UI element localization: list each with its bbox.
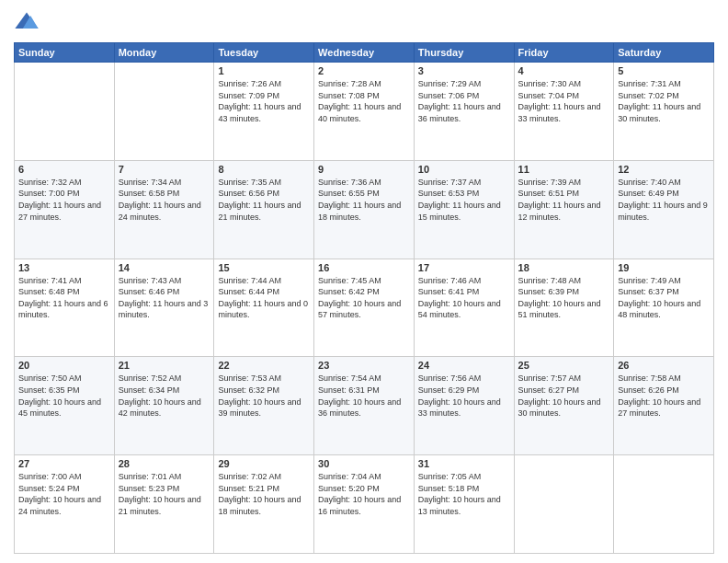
calendar-cell: 15Sunrise: 7:44 AM Sunset: 6:44 PM Dayli… <box>214 259 314 357</box>
day-number: 18 <box>518 262 610 273</box>
page: SundayMondayTuesdayWednesdayThursdayFrid… <box>0 0 728 563</box>
logo <box>14 9 43 35</box>
day-number: 14 <box>119 262 210 273</box>
day-number: 25 <box>518 360 610 371</box>
calendar-cell: 10Sunrise: 7:37 AM Sunset: 6:53 PM Dayli… <box>414 160 514 259</box>
weekday-header: Tuesday <box>214 43 314 63</box>
day-number: 23 <box>318 360 410 371</box>
day-info: Sunrise: 7:01 AM Sunset: 5:23 PM Dayligh… <box>119 471 210 517</box>
logo-icon <box>14 9 40 35</box>
day-info: Sunrise: 7:58 AM Sunset: 6:26 PM Dayligh… <box>618 373 710 419</box>
calendar-cell: 20Sunrise: 7:50 AM Sunset: 6:35 PM Dayli… <box>15 357 115 455</box>
day-info: Sunrise: 7:00 AM Sunset: 5:24 PM Dayligh… <box>18 471 110 517</box>
day-info: Sunrise: 7:26 AM Sunset: 7:09 PM Dayligh… <box>218 78 310 124</box>
day-number: 20 <box>18 360 110 371</box>
calendar-cell <box>114 63 214 161</box>
day-info: Sunrise: 7:44 AM Sunset: 6:44 PM Dayligh… <box>218 275 310 321</box>
calendar-cell: 8Sunrise: 7:35 AM Sunset: 6:56 PM Daylig… <box>214 160 314 259</box>
calendar-cell: 26Sunrise: 7:58 AM Sunset: 6:26 PM Dayli… <box>614 357 714 455</box>
day-number: 21 <box>119 360 210 371</box>
calendar-cell <box>614 455 714 554</box>
day-number: 10 <box>418 164 510 175</box>
day-info: Sunrise: 7:52 AM Sunset: 6:34 PM Dayligh… <box>119 373 210 419</box>
calendar-cell: 27Sunrise: 7:00 AM Sunset: 5:24 PM Dayli… <box>15 455 115 554</box>
calendar-cell: 7Sunrise: 7:34 AM Sunset: 6:58 PM Daylig… <box>114 160 214 259</box>
day-number: 15 <box>218 262 310 273</box>
day-number: 24 <box>418 360 510 371</box>
calendar-cell: 17Sunrise: 7:46 AM Sunset: 6:41 PM Dayli… <box>414 259 514 357</box>
day-number: 1 <box>218 65 310 76</box>
calendar-cell: 30Sunrise: 7:04 AM Sunset: 5:20 PM Dayli… <box>314 455 415 554</box>
day-info: Sunrise: 7:02 AM Sunset: 5:21 PM Dayligh… <box>218 471 310 517</box>
calendar-cell: 31Sunrise: 7:05 AM Sunset: 5:18 PM Dayli… <box>414 455 514 554</box>
day-number: 3 <box>418 65 510 76</box>
calendar-cell: 14Sunrise: 7:43 AM Sunset: 6:46 PM Dayli… <box>114 259 214 357</box>
calendar-cell: 9Sunrise: 7:36 AM Sunset: 6:55 PM Daylig… <box>314 160 415 259</box>
day-number: 27 <box>18 458 110 469</box>
weekday-header: Thursday <box>414 43 514 63</box>
calendar-cell: 6Sunrise: 7:32 AM Sunset: 7:00 PM Daylig… <box>15 160 115 259</box>
day-number: 29 <box>218 458 310 469</box>
weekday-header: Friday <box>514 43 614 63</box>
day-info: Sunrise: 7:41 AM Sunset: 6:48 PM Dayligh… <box>18 275 110 321</box>
day-info: Sunrise: 7:31 AM Sunset: 7:02 PM Dayligh… <box>618 78 710 124</box>
day-number: 5 <box>618 65 710 76</box>
calendar-cell: 24Sunrise: 7:56 AM Sunset: 6:29 PM Dayli… <box>414 357 514 455</box>
day-number: 16 <box>318 262 410 273</box>
day-info: Sunrise: 7:37 AM Sunset: 6:53 PM Dayligh… <box>418 177 510 223</box>
day-info: Sunrise: 7:05 AM Sunset: 5:18 PM Dayligh… <box>418 471 510 517</box>
calendar-cell: 4Sunrise: 7:30 AM Sunset: 7:04 PM Daylig… <box>514 63 614 161</box>
day-number: 2 <box>318 65 410 76</box>
header <box>14 9 714 35</box>
day-number: 19 <box>618 262 710 273</box>
day-number: 26 <box>618 360 710 371</box>
day-number: 6 <box>18 164 110 175</box>
day-number: 8 <box>218 164 310 175</box>
day-info: Sunrise: 7:48 AM Sunset: 6:39 PM Dayligh… <box>518 275 610 321</box>
weekday-header: Wednesday <box>314 43 415 63</box>
day-info: Sunrise: 7:40 AM Sunset: 6:49 PM Dayligh… <box>618 177 710 223</box>
calendar-cell: 23Sunrise: 7:54 AM Sunset: 6:31 PM Dayli… <box>314 357 415 455</box>
day-info: Sunrise: 7:28 AM Sunset: 7:08 PM Dayligh… <box>318 78 410 124</box>
calendar-cell: 21Sunrise: 7:52 AM Sunset: 6:34 PM Dayli… <box>114 357 214 455</box>
calendar-cell: 11Sunrise: 7:39 AM Sunset: 6:51 PM Dayli… <box>514 160 614 259</box>
day-info: Sunrise: 7:54 AM Sunset: 6:31 PM Dayligh… <box>318 373 410 419</box>
day-info: Sunrise: 7:49 AM Sunset: 6:37 PM Dayligh… <box>618 275 710 321</box>
day-number: 12 <box>618 164 710 175</box>
calendar-cell <box>514 455 614 554</box>
day-number: 11 <box>518 164 610 175</box>
calendar-cell: 29Sunrise: 7:02 AM Sunset: 5:21 PM Dayli… <box>214 455 314 554</box>
day-info: Sunrise: 7:29 AM Sunset: 7:06 PM Dayligh… <box>418 78 510 124</box>
calendar-cell: 25Sunrise: 7:57 AM Sunset: 6:27 PM Dayli… <box>514 357 614 455</box>
day-info: Sunrise: 7:46 AM Sunset: 6:41 PM Dayligh… <box>418 275 510 321</box>
day-info: Sunrise: 7:53 AM Sunset: 6:32 PM Dayligh… <box>218 373 310 419</box>
calendar-cell: 12Sunrise: 7:40 AM Sunset: 6:49 PM Dayli… <box>614 160 714 259</box>
day-info: Sunrise: 7:50 AM Sunset: 6:35 PM Dayligh… <box>18 373 110 419</box>
day-number: 31 <box>418 458 510 469</box>
day-info: Sunrise: 7:56 AM Sunset: 6:29 PM Dayligh… <box>418 373 510 419</box>
calendar-cell: 2Sunrise: 7:28 AM Sunset: 7:08 PM Daylig… <box>314 63 415 161</box>
day-number: 9 <box>318 164 410 175</box>
calendar-cell: 5Sunrise: 7:31 AM Sunset: 7:02 PM Daylig… <box>614 63 714 161</box>
weekday-header: Sunday <box>15 43 115 63</box>
calendar-cell: 22Sunrise: 7:53 AM Sunset: 6:32 PM Dayli… <box>214 357 314 455</box>
calendar-cell: 1Sunrise: 7:26 AM Sunset: 7:09 PM Daylig… <box>214 63 314 161</box>
day-number: 4 <box>518 65 610 76</box>
day-number: 22 <box>218 360 310 371</box>
day-info: Sunrise: 7:35 AM Sunset: 6:56 PM Dayligh… <box>218 177 310 223</box>
day-info: Sunrise: 7:30 AM Sunset: 7:04 PM Dayligh… <box>518 78 610 124</box>
calendar-cell: 18Sunrise: 7:48 AM Sunset: 6:39 PM Dayli… <box>514 259 614 357</box>
calendar-cell: 16Sunrise: 7:45 AM Sunset: 6:42 PM Dayli… <box>314 259 415 357</box>
day-info: Sunrise: 7:32 AM Sunset: 7:00 PM Dayligh… <box>18 177 110 223</box>
day-info: Sunrise: 7:45 AM Sunset: 6:42 PM Dayligh… <box>318 275 410 321</box>
calendar-cell: 3Sunrise: 7:29 AM Sunset: 7:06 PM Daylig… <box>414 63 514 161</box>
day-number: 28 <box>119 458 210 469</box>
day-info: Sunrise: 7:43 AM Sunset: 6:46 PM Dayligh… <box>119 275 210 321</box>
day-number: 7 <box>119 164 210 175</box>
day-number: 13 <box>18 262 110 273</box>
day-info: Sunrise: 7:57 AM Sunset: 6:27 PM Dayligh… <box>518 373 610 419</box>
day-info: Sunrise: 7:39 AM Sunset: 6:51 PM Dayligh… <box>518 177 610 223</box>
day-info: Sunrise: 7:36 AM Sunset: 6:55 PM Dayligh… <box>318 177 410 223</box>
calendar-cell <box>15 63 115 161</box>
day-info: Sunrise: 7:04 AM Sunset: 5:20 PM Dayligh… <box>318 471 410 517</box>
